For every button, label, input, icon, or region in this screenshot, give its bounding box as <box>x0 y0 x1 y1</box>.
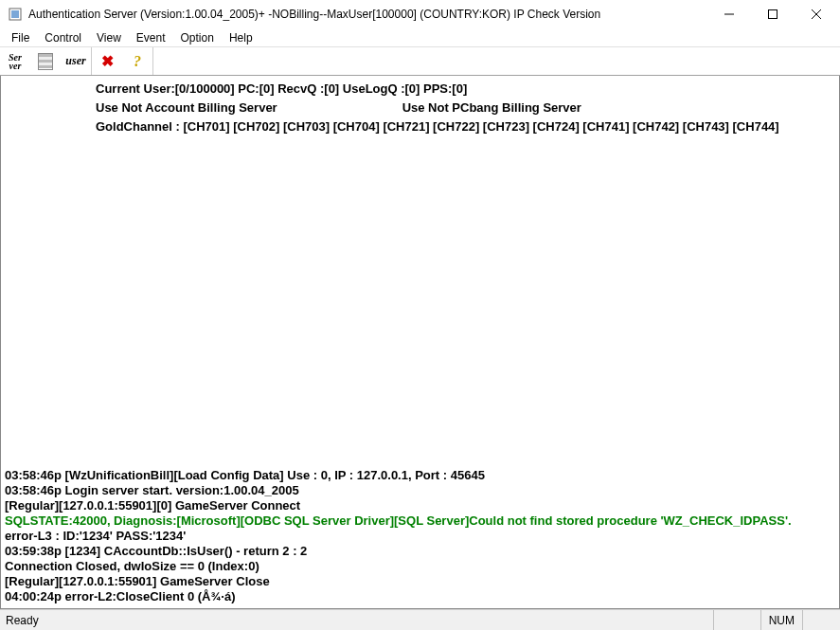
server-status-block: Current User:[0/100000] PC:[0] RecvQ :[0… <box>96 80 835 136</box>
billing-pcbang-label: Use Not PCbang Billing Server <box>402 100 581 115</box>
log-line: [Regular][127.0.0.1:55901][0] GameServer… <box>5 498 835 513</box>
log-line: SQLSTATE:42000, Diagnosis:[Microsoft][OD… <box>5 513 835 529</box>
server-icon: Ser ver <box>9 53 22 70</box>
billing-account-label: Use Not Account Billing Server <box>96 99 399 117</box>
log-output: 03:58:46p [WzUnificationBill][Load Confi… <box>5 468 835 604</box>
statusbar: Ready NUM <box>0 609 840 630</box>
log-line: 03:59:38p [1234] CAccountDb::IsUser() - … <box>5 544 835 559</box>
svg-rect-3 <box>769 10 777 19</box>
menu-help[interactable]: Help <box>222 29 260 46</box>
toolbar-document-button[interactable] <box>30 47 61 75</box>
menubar: File Control View Event Option Help <box>0 28 840 47</box>
maximize-button[interactable] <box>751 0 795 28</box>
x-icon: ✖ <box>101 52 114 70</box>
status-resize-grip[interactable] <box>802 610 840 630</box>
question-icon: ? <box>134 53 141 70</box>
content-area: Current User:[0/100000] PC:[0] RecvQ :[0… <box>0 76 840 609</box>
menu-file[interactable]: File <box>4 29 37 46</box>
menu-view[interactable]: View <box>89 29 129 46</box>
window-controls <box>707 0 838 28</box>
log-line: 04:00:24p error-L2:CloseClient 0 (Å¾·á) <box>5 589 835 604</box>
log-line: Connection Closed, dwIoSize == 0 (Index:… <box>5 559 835 574</box>
document-icon <box>38 53 53 70</box>
log-line: error-L3 : ID:'1234' PASS:'1234' <box>5 529 835 544</box>
toolbar-user-button[interactable]: user <box>61 47 91 75</box>
status-line-billing: Use Not Account Billing Server Use Not P… <box>96 99 835 117</box>
log-line: 03:58:46p [WzUnificationBill][Load Confi… <box>5 468 835 483</box>
toolbar-delete-button[interactable]: ✖ <box>92 47 122 75</box>
menu-event[interactable]: Event <box>129 29 173 46</box>
log-line: 03:58:46p Login server start. version:1.… <box>5 483 835 498</box>
titlebar: Authentication Server (Version:1.00.04_2… <box>0 0 840 28</box>
toolbar: Ser ver user ✖ ? <box>0 47 840 76</box>
status-numlock: NUM <box>760 610 802 630</box>
menu-control[interactable]: Control <box>37 29 89 46</box>
toolbar-help-button[interactable]: ? <box>122 47 152 75</box>
menu-option[interactable]: Option <box>173 29 222 46</box>
window-title: Authentication Server (Version:1.00.04_2… <box>28 8 707 21</box>
minimize-button[interactable] <box>707 0 751 28</box>
svg-rect-1 <box>11 10 19 18</box>
status-cell-empty1 <box>713 610 760 630</box>
status-ready: Ready <box>0 614 713 627</box>
app-icon <box>8 7 23 22</box>
status-line-users: Current User:[0/100000] PC:[0] RecvQ :[0… <box>96 80 835 99</box>
log-line: [Regular][127.0.0.1:55901] GameServer Cl… <box>5 574 835 589</box>
status-line-channels: GoldChannel : [CH701] [CH702] [CH703] [C… <box>96 117 835 136</box>
user-icon: user <box>65 54 85 68</box>
close-button[interactable] <box>795 0 838 28</box>
toolbar-server-button[interactable]: Ser ver <box>0 47 30 75</box>
